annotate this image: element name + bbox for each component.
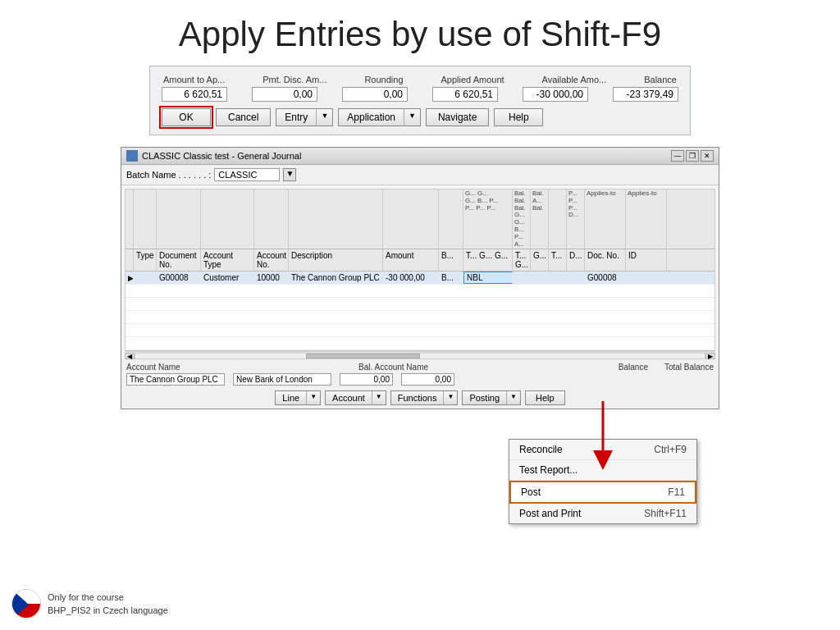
bal-account-name-label: Bal. Account Name xyxy=(358,363,582,372)
col-header-accno: Account No. xyxy=(254,249,289,271)
bottom-text-line1: Only for the course xyxy=(48,591,168,605)
row-indicator: ▶ xyxy=(126,273,134,283)
reconcile-label: Reconcile xyxy=(519,444,563,455)
table-row xyxy=(126,337,714,350)
application-dropdown-icon: ▼ xyxy=(404,109,420,126)
cell-g1 xyxy=(513,277,531,279)
ok-button[interactable]: OK xyxy=(162,108,211,126)
journal-titlebar: CLASSIC Classic test - General Journal —… xyxy=(121,148,719,165)
application-button[interactable]: Application ▼ xyxy=(338,108,421,126)
restore-button[interactable]: ❐ xyxy=(686,150,699,162)
cell-g4 xyxy=(567,277,585,279)
top-dialog-values: 6 620,51 0,00 0,00 6 620,51 -30 000,00 -… xyxy=(162,87,678,102)
header-pmt-disc-am: Pmt. Disc. Am... xyxy=(262,75,326,84)
col-header-appid: ID xyxy=(626,249,667,271)
minimize-button[interactable]: — xyxy=(671,150,684,162)
scroll-left-button[interactable]: ◀ xyxy=(125,353,135,359)
functions-label: Functions xyxy=(391,391,444,404)
cell-docno: G00008 xyxy=(157,272,201,283)
col-header-docno2: Doc. No. xyxy=(585,249,626,271)
header-amount-to-ap: Amount to Ap... xyxy=(163,75,225,84)
horizontal-scrollbar[interactable]: ◀ ▶ xyxy=(125,351,715,359)
scrollbar-track[interactable] xyxy=(135,353,705,359)
header-rounding: Rounding xyxy=(364,75,403,84)
value-amount-to-ap: 6 620,51 xyxy=(162,87,227,102)
batch-row: Batch Name . . . . . . : ▼ xyxy=(121,165,719,185)
value-pmt-disc-am: 0,00 xyxy=(252,87,317,102)
batch-lookup-button[interactable]: ▼ xyxy=(283,168,296,181)
header-applied-amount: Applied Amount xyxy=(441,75,504,84)
cell-balno: NBL xyxy=(463,272,513,284)
czech-flag-logo xyxy=(11,589,41,619)
cell-appid xyxy=(626,277,667,279)
scrollbar-thumb[interactable] xyxy=(306,354,420,358)
line-label: Line xyxy=(276,391,306,404)
help-button[interactable]: Help xyxy=(494,108,543,126)
cell-type xyxy=(134,277,157,279)
posting-menu-post[interactable]: Post F11 xyxy=(509,481,696,504)
cell-docno2: G00008 xyxy=(585,272,626,283)
col-header-amount: Amount xyxy=(383,249,439,271)
total-balance-value: 0,00 xyxy=(401,373,454,386)
titlebar-controls: — ❐ ✕ xyxy=(671,150,714,162)
posting-label: Posting xyxy=(463,391,506,404)
account-button[interactable]: Account ▼ xyxy=(325,390,386,405)
bottom-left-branding: Only for the course BHP_PIS2 in Czech la… xyxy=(11,589,168,619)
col-header-docno: Document No. xyxy=(157,249,201,271)
bottom-text-line2: BHP_PIS2 in Czech language xyxy=(48,604,168,618)
post-shortcut: F11 xyxy=(668,486,685,498)
functions-dropdown-icon: ▼ xyxy=(443,391,457,404)
table-row xyxy=(126,298,714,311)
footer-help-button[interactable]: Help xyxy=(525,390,565,405)
balance-value: 0,00 xyxy=(340,373,393,386)
entry-label: Entry xyxy=(276,109,316,126)
grid-column-headers: Type Document No. Account Type Account N… xyxy=(126,249,714,272)
cell-accno: 10000 xyxy=(254,272,289,283)
cell-amount: -30 000,00 xyxy=(383,272,439,283)
reconcile-shortcut: Ctrl+F9 xyxy=(654,444,687,455)
header-balance: Balance xyxy=(644,75,677,84)
red-arrow-indicator xyxy=(587,401,619,475)
account-name-label: Account Name xyxy=(126,363,350,372)
posting-button[interactable]: Posting ▼ xyxy=(462,390,521,405)
close-button[interactable]: ✕ xyxy=(701,150,714,162)
functions-button[interactable]: Functions ▼ xyxy=(390,390,459,405)
journal-grid: G... G...G... B... P...P... P... P... Ba… xyxy=(125,189,715,351)
footer-buttons: Line ▼ Account ▼ Functions ▼ Posting ▼ H… xyxy=(126,390,714,405)
scroll-right-button[interactable]: ▶ xyxy=(705,353,715,359)
posting-menu-post-print[interactable]: Post and Print Shift+F11 xyxy=(509,504,696,523)
batch-name-input[interactable] xyxy=(214,168,280,181)
batch-name-label: Batch Name . . . . . . : xyxy=(126,170,211,180)
page-title: Apply Entries by use of Shift-F9 xyxy=(0,0,840,66)
header-available-amo: Available Amo... xyxy=(542,75,607,84)
top-dialog-buttons: OK Cancel Entry ▼ Application ▼ Navigate… xyxy=(162,108,678,126)
journal-window-icon xyxy=(126,150,138,162)
top-dialog: Amount to Ap... Pmt. Disc. Am... Roundin… xyxy=(149,66,691,135)
test-report-label: Test Report... xyxy=(519,464,578,476)
bal-account-name-input[interactable] xyxy=(233,373,331,386)
col-header-desc: Description xyxy=(289,249,383,271)
cell-acctype: Customer xyxy=(201,272,254,283)
cell-desc: The Cannon Group PLC xyxy=(289,272,383,283)
bottom-text: Only for the course BHP_PIS2 in Czech la… xyxy=(48,591,168,618)
cell-g2 xyxy=(531,277,549,279)
cancel-button[interactable]: Cancel xyxy=(216,108,271,126)
table-row[interactable]: ▶ G00008 Customer 10000 The Cannon Group… xyxy=(126,272,714,285)
posting-dropdown-icon: ▼ xyxy=(506,391,520,404)
post-print-shortcut: Shift+F11 xyxy=(644,508,687,519)
table-row xyxy=(126,285,714,298)
account-name-input[interactable] xyxy=(126,373,225,386)
cell-g3 xyxy=(549,277,567,279)
col-header-g4: D... xyxy=(567,249,585,271)
account-dropdown-icon: ▼ xyxy=(372,391,386,404)
line-dropdown-icon: ▼ xyxy=(306,391,320,404)
line-button[interactable]: Line ▼ xyxy=(275,390,321,405)
journal-footer: Account Name Bal. Account Name Balance T… xyxy=(121,359,719,409)
application-label: Application xyxy=(339,109,404,126)
value-available-amo: -30 000,00 xyxy=(523,87,588,102)
navigate-button[interactable]: Navigate xyxy=(426,108,489,126)
journal-window-title: CLASSIC Classic test - General Journal xyxy=(142,151,301,161)
entry-dropdown-icon: ▼ xyxy=(316,109,332,126)
grid-headers-top: G... G...G... B... P...P... P... P... Ba… xyxy=(126,189,714,249)
entry-button[interactable]: Entry ▼ xyxy=(276,108,333,126)
